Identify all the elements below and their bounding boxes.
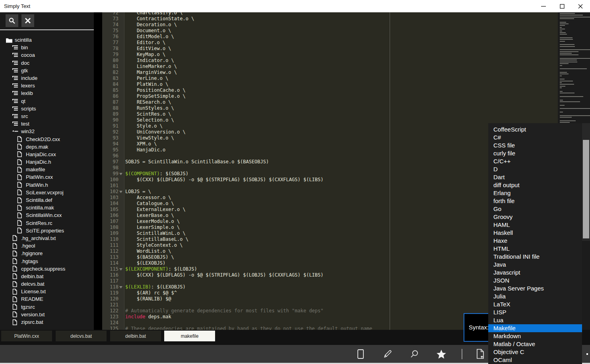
tree-item-scintilla[interactable]: scintilla bbox=[0, 36, 94, 44]
tree-item-src[interactable]: src bbox=[0, 112, 94, 120]
dropdown-item-dart[interactable]: Dart bbox=[488, 173, 582, 181]
tree-item-zipsrc-bat[interactable]: zipsrc.bat bbox=[0, 318, 94, 326]
code-line-82[interactable]: 82 MarginView.o \ bbox=[94, 70, 558, 76]
tree-item-cocoa[interactable]: cocoa bbox=[0, 51, 94, 59]
dropdown-item-go[interactable]: Go bbox=[488, 205, 582, 213]
code-line-79[interactable]: 79 KeyMap.o \ bbox=[94, 52, 558, 58]
dropdown-item-java-server-pages[interactable]: Java Server Pages bbox=[488, 285, 582, 292]
dropdown-item-ocaml[interactable]: OCaml bbox=[488, 356, 582, 364]
close-button[interactable] bbox=[571, 0, 590, 12]
fold-marker-icon[interactable] bbox=[119, 268, 122, 271]
dropdown-item-forth-file[interactable]: forth file bbox=[488, 197, 582, 205]
minimize-button[interactable] bbox=[534, 0, 553, 12]
dropdown-item-makefile[interactable]: Makefile bbox=[488, 324, 582, 332]
tree-item-qt[interactable]: qt bbox=[0, 97, 94, 105]
dropdown-item-css-file[interactable]: CSS file bbox=[488, 141, 582, 149]
tab-platwin-cxx[interactable]: PlatWin.cxx bbox=[1, 331, 52, 341]
tree-item-bin[interactable]: bin bbox=[0, 44, 94, 51]
tree-item-lexers[interactable]: lexers bbox=[0, 82, 94, 89]
dropdown-item-javascript[interactable]: Javascript bbox=[488, 269, 582, 277]
tree-item-hgtags[interactable]: .hgtags bbox=[0, 257, 94, 265]
tab-delcvs-bat[interactable]: delcvs.bat bbox=[56, 331, 107, 341]
tree-item-test[interactable]: test bbox=[0, 120, 94, 128]
tree-item-lexlib[interactable]: lexlib bbox=[0, 89, 94, 97]
dropdown-item-haskell[interactable]: Haskell bbox=[488, 229, 582, 237]
tab-makefile[interactable]: makefile bbox=[164, 331, 215, 341]
export-document-button[interactable] bbox=[474, 348, 487, 360]
dropdown-item-matlab-octave[interactable]: Matlab / Octave bbox=[488, 340, 582, 348]
fold-marker-icon[interactable] bbox=[119, 286, 122, 288]
new-document-button[interactable] bbox=[354, 348, 367, 360]
code-line-83[interactable]: 83 PerLine.o \ bbox=[94, 76, 558, 81]
dropdown-item-haxe[interactable]: Haxe bbox=[488, 237, 582, 245]
code-line-73[interactable]: 73 ContractionState.o \ bbox=[94, 16, 558, 22]
dropdown-item-json[interactable]: JSON bbox=[488, 277, 582, 285]
dropdown-item-haml[interactable]: HAML bbox=[488, 221, 582, 229]
tree-item-hgeol[interactable]: .hgeol bbox=[0, 242, 94, 250]
tree-item-platwin-h[interactable]: PlatWin.h bbox=[0, 181, 94, 189]
dropdown-item-curly-file[interactable]: curly file bbox=[488, 149, 582, 157]
tree-item-doc[interactable]: doc bbox=[0, 59, 94, 67]
tree-item-delbin-bat[interactable]: delbin.bat bbox=[0, 273, 94, 280]
dropdown-item-latex[interactable]: LaTeX bbox=[488, 300, 582, 308]
tree-item-tgzsrc[interactable]: tgzsrc bbox=[0, 303, 94, 311]
tree-item-hanjadic-h[interactable]: HanjaDic.h bbox=[0, 158, 94, 166]
edit-button[interactable] bbox=[381, 348, 394, 360]
code-line-75[interactable]: 75 Document.o \ bbox=[94, 28, 558, 34]
dropdown-item-d[interactable]: D bbox=[488, 165, 582, 173]
code-line-74[interactable]: 74 Decoration.o \ bbox=[94, 22, 558, 28]
dropdown-scrollbar-thumb[interactable] bbox=[583, 140, 589, 238]
sidebar-close-button[interactable] bbox=[21, 14, 34, 27]
tab-delbin-bat[interactable]: delbin.bat bbox=[110, 331, 161, 341]
code-line-88[interactable]: 88 RunStyles.o \ bbox=[94, 105, 558, 111]
code-line-72[interactable]: 72 CharClassify.o \ bbox=[94, 12, 558, 16]
more-button-partial[interactable] bbox=[586, 353, 588, 355]
tree-item-delcvs-bat[interactable]: delcvs.bat bbox=[0, 280, 94, 288]
code-line-87[interactable]: 87 RESearch.o \ bbox=[94, 99, 558, 105]
dropdown-item-markdown[interactable]: Markdown bbox=[488, 332, 582, 340]
tree-item-scilexer-vcxproj[interactable]: SciLexer.vcxproj bbox=[0, 189, 94, 196]
favorites-button[interactable] bbox=[435, 348, 448, 360]
code-line-80[interactable]: 80 Indicator.o \ bbox=[94, 58, 558, 64]
tree-item-scintilla-mak[interactable]: scintilla.mak bbox=[0, 204, 94, 211]
fold-marker-icon[interactable] bbox=[119, 191, 122, 193]
code-line-86[interactable]: 86 PropSetSimple.o \ bbox=[94, 93, 558, 99]
dropdown-item-lua[interactable]: Lua bbox=[488, 316, 582, 324]
code-line-84[interactable]: 84 PlatWin.o \ bbox=[94, 81, 558, 87]
tree-item-hgignore[interactable]: .hgignore bbox=[0, 250, 94, 257]
tree-item-version-txt[interactable]: version.txt bbox=[0, 311, 94, 318]
tree-item-scintres-rc[interactable]: ScintRes.rc bbox=[0, 219, 94, 227]
tree-item-license-txt[interactable]: License.txt bbox=[0, 288, 94, 295]
tree-item-include[interactable]: include bbox=[0, 74, 94, 82]
code-line-90[interactable]: 90 Selection.o \ bbox=[94, 117, 558, 123]
tree-item-scite-properties[interactable]: SciTE.properties bbox=[0, 227, 94, 234]
tree-item-cppcheck-suppress[interactable]: cppcheck.suppress bbox=[0, 265, 94, 273]
tree-item-scintillawin-cxx[interactable]: ScintillaWin.cxx bbox=[0, 211, 94, 219]
code-line-78[interactable]: 78 EditView.o \ bbox=[94, 46, 558, 52]
tree-item-scripts[interactable]: scripts bbox=[0, 105, 94, 112]
dropdown-item-julia[interactable]: Julia bbox=[488, 292, 582, 300]
maximize-button[interactable] bbox=[553, 0, 571, 12]
fold-marker-icon[interactable] bbox=[119, 173, 122, 175]
tree-item-platwin-cxx[interactable]: PlatWin.cxx bbox=[0, 173, 94, 181]
tree-item-hanjadic-cxx[interactable]: HanjaDic.cxx bbox=[0, 151, 94, 158]
code-line-89[interactable]: 89 ScintRes.o \ bbox=[94, 111, 558, 117]
tree-item-gtk[interactable]: gtk bbox=[0, 67, 94, 74]
tree-item-readme[interactable]: README bbox=[0, 295, 94, 303]
find-button[interactable] bbox=[408, 348, 421, 360]
dropdown-item-traditional-ini-file[interactable]: Traditional INI file bbox=[488, 253, 582, 261]
dropdown-item-c[interactable]: C# bbox=[488, 134, 582, 141]
code-line-85[interactable]: 85 PositionCache.o \ bbox=[94, 87, 558, 93]
code-line-77[interactable]: 77 Editor.o \ bbox=[94, 40, 558, 46]
dropdown-item-erlang[interactable]: Erlang bbox=[488, 189, 582, 197]
tree-item-deps-mak[interactable]: deps.mak bbox=[0, 143, 94, 151]
dropdown-item-c-c[interactable]: C/C++ bbox=[488, 157, 582, 165]
dropdown-item-java[interactable]: Java bbox=[488, 261, 582, 269]
dropdown-item-lisp[interactable]: LISP bbox=[488, 308, 582, 316]
dropdown-item-groovy[interactable]: Groovy bbox=[488, 213, 582, 221]
dropdown-item-diff-output[interactable]: diff output bbox=[488, 181, 582, 189]
tree-item-checkd2d-cxx[interactable]: CheckD2D.cxx bbox=[0, 135, 94, 143]
code-line-81[interactable]: 81 LineMarker.o \ bbox=[94, 64, 558, 70]
dropdown-item-coffeescript[interactable]: CoffeeScript bbox=[488, 126, 582, 134]
tree-item-win32[interactable]: win32 bbox=[0, 128, 94, 135]
